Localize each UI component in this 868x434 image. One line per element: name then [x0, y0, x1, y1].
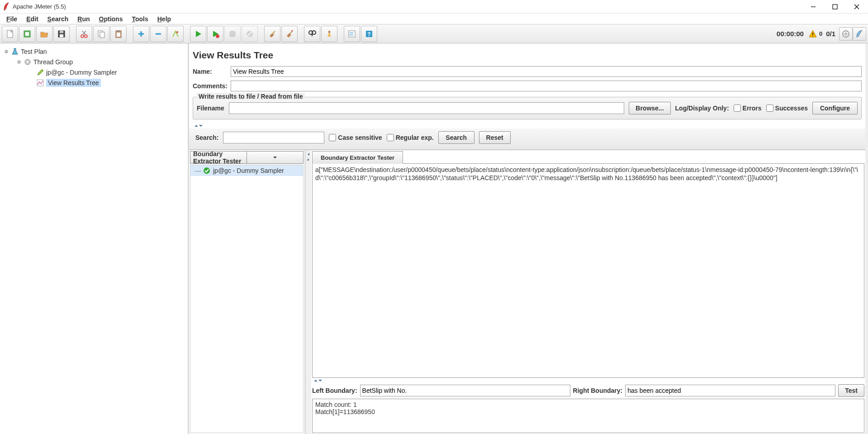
- minimize-button[interactable]: [806, 2, 820, 11]
- templates-button[interactable]: [19, 26, 35, 42]
- tree-label: View Results Tree: [46, 79, 101, 87]
- fieldset-legend: Write results to file / Read from file: [197, 93, 305, 100]
- new-button[interactable]: [2, 26, 18, 42]
- successes-checkbox[interactable]: Successes: [766, 105, 808, 112]
- toolbar: ? 00:00:00 ! 0 0/1: [0, 24, 868, 43]
- comments-input[interactable]: [231, 81, 862, 91]
- comments-label: Comments:: [193, 82, 231, 90]
- function-helper-button[interactable]: [344, 26, 360, 42]
- menu-run[interactable]: Run: [73, 14, 94, 24]
- search-tb-button[interactable]: [304, 26, 320, 42]
- toggle-button[interactable]: [167, 26, 184, 42]
- app-icon: [3, 2, 10, 11]
- tree-thread-group[interactable]: Thread Group: [2, 57, 186, 67]
- errors-checkbox[interactable]: Errors: [734, 105, 762, 112]
- boundary-row: Left Boundary: Right Boundary: Test: [312, 384, 864, 397]
- open-button[interactable]: [36, 26, 52, 42]
- right-boundary-label: Right Boundary:: [573, 387, 623, 394]
- case-checkbox[interactable]: Case sensitive: [329, 134, 382, 141]
- menu-options[interactable]: Options: [95, 14, 128, 24]
- start-no-timers-button[interactable]: [207, 26, 223, 42]
- configure-button[interactable]: Configure: [812, 102, 858, 114]
- results-split: Boundary Extractor Tester — jp@gc - Dumm…: [189, 150, 865, 434]
- menu-edit[interactable]: Edit: [22, 14, 43, 24]
- left-boundary-input[interactable]: [360, 385, 570, 396]
- svg-point-10: [81, 35, 84, 38]
- svg-rect-9: [60, 34, 63, 37]
- warning-icon: !: [808, 29, 817, 38]
- flask-icon: [11, 48, 19, 56]
- close-button[interactable]: [850, 2, 863, 11]
- tree-dummy-sampler[interactable]: jp@gc - Dummy Sampler: [2, 67, 186, 77]
- response-body[interactable]: a["MESSAGE\ndestination:/user/p0000450/q…: [312, 163, 864, 378]
- main-split: Test Plan Thread Group jp@gc - Dummy Sam…: [0, 43, 868, 434]
- menu-help[interactable]: Help: [153, 14, 175, 24]
- warning-indicator[interactable]: ! 0: [808, 29, 822, 38]
- browse-button[interactable]: Browse...: [629, 102, 670, 114]
- clear-button[interactable]: [264, 26, 280, 42]
- thread-count: 0/1: [826, 30, 835, 38]
- tree-test-plan[interactable]: Test Plan: [2, 46, 186, 57]
- collapse-arrows[interactable]: [189, 123, 865, 129]
- cut-button[interactable]: [76, 26, 92, 42]
- help-button[interactable]: ?: [361, 26, 377, 42]
- svg-rect-1: [833, 5, 837, 9]
- copy-button[interactable]: [93, 26, 109, 42]
- tab-boundary-extractor[interactable]: Boundary Extractor Tester: [312, 151, 403, 164]
- panel-title: View Results Tree: [189, 43, 865, 64]
- chevron-down-icon: [247, 152, 303, 163]
- svg-text:!: !: [812, 32, 814, 37]
- search-row: Search: Case sensitive Regular exp. Sear…: [189, 129, 865, 150]
- name-label: Name:: [193, 68, 231, 75]
- regex-checkbox[interactable]: Regular exp.: [387, 134, 434, 141]
- shutdown-button[interactable]: [242, 26, 258, 42]
- match-output[interactable]: Match count: 1 Match[1]=113686950: [312, 399, 864, 433]
- collapse-arrows-2[interactable]: [311, 378, 865, 383]
- renderer-combo[interactable]: Boundary Extractor Tester: [190, 151, 304, 164]
- svg-rect-15: [100, 32, 104, 38]
- filename-input[interactable]: [229, 102, 625, 114]
- reset-search-button[interactable]: [321, 26, 337, 42]
- reset-button[interactable]: Reset: [479, 131, 511, 144]
- right-boundary-input[interactable]: [625, 385, 835, 396]
- tree-view-results[interactable]: View Results Tree: [2, 77, 186, 88]
- search-input[interactable]: [223, 132, 324, 143]
- maximize-button[interactable]: [828, 2, 842, 11]
- menu-tools[interactable]: Tools: [127, 14, 152, 24]
- logdisplay-label: Log/Display Only:: [675, 105, 729, 112]
- svg-point-11: [85, 35, 87, 38]
- results-tree[interactable]: — jp@gc - Dummy Sampler: [190, 165, 304, 433]
- svg-line-12: [83, 31, 86, 35]
- svg-point-43: [27, 61, 28, 63]
- result-sample[interactable]: — jp@gc - Dummy Sampler: [190, 165, 303, 176]
- elapsed-time: 00:00:00: [777, 30, 804, 38]
- svg-line-13: [82, 31, 85, 35]
- start-button[interactable]: [190, 26, 206, 42]
- expand-tree-button[interactable]: [839, 27, 853, 41]
- mid-splitter[interactable]: [306, 150, 311, 434]
- left-boundary-label: Left Boundary:: [312, 387, 357, 394]
- svg-rect-8: [60, 31, 63, 33]
- save-button[interactable]: [53, 26, 70, 42]
- svg-rect-18: [117, 33, 120, 37]
- svg-rect-29: [328, 31, 330, 33]
- jmeter-icon-button[interactable]: [853, 27, 866, 41]
- menu-file[interactable]: File: [2, 14, 22, 24]
- gear-icon: [24, 58, 32, 66]
- file-fieldset: Write results to file / Read from file F…: [193, 97, 862, 119]
- test-button[interactable]: Test: [838, 384, 864, 397]
- tree-toggle-icon[interactable]: [4, 49, 9, 54]
- collapse-button[interactable]: [150, 26, 166, 42]
- svg-point-22: [176, 31, 178, 33]
- stop-button[interactable]: [224, 26, 241, 42]
- paste-button[interactable]: [110, 26, 127, 42]
- menu-search[interactable]: Search: [43, 14, 73, 24]
- clear-all-button[interactable]: [281, 26, 298, 42]
- tree-toggle-icon[interactable]: [16, 59, 22, 65]
- expand-button[interactable]: [133, 26, 149, 42]
- name-input[interactable]: [231, 66, 862, 77]
- tree-label: jp@gc - Dummy Sampler: [46, 69, 117, 76]
- svg-point-45: [204, 167, 210, 174]
- window-buttons: [806, 2, 863, 11]
- search-button[interactable]: Search: [438, 131, 474, 144]
